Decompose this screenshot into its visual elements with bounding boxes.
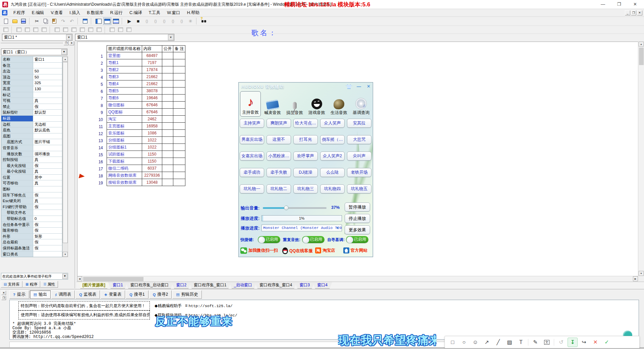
sound-button[interactable]: 坑礼物四 [320,184,345,193]
stop-button[interactable]: ■ [134,17,142,25]
cell-content[interactable]: 19646 [142,95,162,102]
ellipse-tool-button[interactable]: ○ [459,338,469,347]
property-value[interactable]: 真 [33,157,62,163]
scroll-down-icon[interactable]: ▼ [63,252,68,257]
volume-slider-thumb[interactable] [284,206,289,210]
sound-button[interactable]: 坑礼物五 [347,184,371,193]
scrollbar-thumb[interactable] [63,62,68,243]
cell-name[interactable]: 微信图标 [107,102,142,109]
panel-float-button[interactable]: ❐ [64,41,69,45]
sound-button[interactable]: 小黑粉滚… [267,152,291,161]
table-row[interactable]: 分组图标1022 [107,137,185,144]
table-row[interactable]: 导航619646 [107,95,185,102]
property-value[interactable]: 真 [33,169,62,174]
table-row[interactable]: 音乐图标1086 [107,130,185,137]
cell-public[interactable] [162,52,173,59]
sound-button[interactable]: 给大哥点… [293,119,318,128]
layout-top-button[interactable] [103,17,111,25]
property-row[interactable]: 底图 [1,133,62,139]
scroll-right-icon[interactable]: ▶ [633,276,638,281]
property-row[interactable]: 保持标题条激活假 [1,245,62,251]
property-row[interactable]: 标题 [1,116,62,122]
property-value[interactable]: 假 [33,245,62,251]
output-tab-提示[interactable]: ?提示 [9,290,29,299]
sheet-tab[interactable]: 窗口4 [312,282,332,289]
app-tab-游戏音效[interactable]: 游戏音效 [306,91,327,117]
text-tool-button[interactable]: T [516,338,526,347]
property-value[interactable] [33,251,62,257]
property-row[interactable]: 高度130 [1,86,62,92]
sound-button[interactable]: 这里不 [267,135,291,144]
cell-public[interactable] [162,88,173,95]
marker-tool-button[interactable]: ✎ [530,338,540,347]
undo-tool-button[interactable]: ↺ [556,338,566,347]
output-tab-监视表[interactable]: Q监视表 [75,290,100,299]
cell-note[interactable] [173,179,185,186]
cell-public[interactable] [162,109,173,116]
table-row[interactable]: 导航421662 [107,80,185,88]
property-row[interactable]: 宽度325 [1,80,62,86]
cell-public[interactable] [162,80,173,88]
scroll-up-icon[interactable]: ▲ [63,57,68,62]
property-row[interactable]: 在任务条中显示假 [1,222,62,228]
property-row[interactable]: 鼠标指针默认型 [1,110,62,116]
property-value[interactable] [33,186,62,192]
cell-public[interactable] [162,59,173,66]
cell-content[interactable]: 1022 [142,144,162,151]
property-row[interactable]: 禁止假 [1,104,62,110]
new-file-button[interactable] [2,17,10,25]
cell-content[interactable]: 13048 [142,179,162,186]
open-folder-button[interactable] [11,17,19,25]
cell-content[interactable]: 67646 [142,109,162,116]
sheet-tab[interactable]: 窗口程序集_窗口1 [189,282,231,289]
app-link-home[interactable]: 官方网站 [343,247,367,253]
cell-note[interactable] [173,130,185,137]
cell-name[interactable]: 下载图标 [107,158,142,165]
arrow-tool-button[interactable]: ↗ [482,338,492,347]
property-value[interactable]: 假 [33,228,62,233]
panel-float-button[interactable]: ❐ [1,296,6,300]
cell-name[interactable]: 导航2 [107,66,142,73]
output-tab-剪辑历史[interactable]: ▤剪辑历史 [172,290,201,299]
output-device-combo[interactable]: Monster Channel (Monster Audio T20) [261,225,342,231]
menu-item-4[interactable]: B.数据库 [83,9,107,16]
property-value[interactable]: 循环播放 [33,151,62,157]
cell-note[interactable] [173,116,185,123]
chevron-down-icon[interactable]: ▼ [61,49,67,55]
cell-public[interactable] [162,95,173,102]
sound-button[interactable]: 倒车摇（… [320,135,345,144]
cell-content[interactable]: 1022 [142,137,162,144]
menu-item-1[interactable]: E.编辑 [28,9,48,16]
property-row[interactable]: 底图方式图片平铺 [1,139,62,145]
property-row[interactable]: 标记 [1,92,62,98]
property-row[interactable]: 边框无边框 [1,122,62,128]
table-row[interactable]: 淘宝2462 [107,116,185,123]
property-value[interactable]: 真 [33,198,62,204]
table-row[interactable]: 微信图标67646 [107,102,185,109]
cell-note[interactable] [173,73,185,80]
table-row[interactable]: 背景图68497 [107,52,185,59]
download-tool-button[interactable]: ↧ [568,338,578,347]
main-vertical-scrollbar[interactable]: ▲ ▼ [638,42,644,276]
close-button[interactable]: ✕ [628,0,643,9]
cell-name[interactable]: 导航3 [107,73,142,80]
cell-public[interactable] [162,172,173,179]
sound-button[interactable]: 老铁开场 [347,168,371,177]
cell-note[interactable] [173,172,185,179]
cut-button[interactable]: ✂ [33,17,41,25]
table-row[interactable]: 试听图标1150 [107,151,185,158]
toggle-enabled-pill[interactable]: 已启用 [346,236,368,243]
mdi-minimize-button[interactable]: _ [625,10,630,15]
sound-button[interactable]: 男嘉宾出场 [240,135,264,144]
cell-public[interactable] [162,158,173,165]
run-button[interactable]: ▶ [125,17,133,25]
app-tab-基调查询[interactable]: 基调查询 [351,91,371,117]
window-selector-combo[interactable]: 窗口1 * ▼ [2,34,72,41]
table-row[interactable]: 导航17197 [107,59,185,66]
panel-tab-程序[interactable]: ▦程序 [22,281,40,288]
property-row[interactable]: 背景音乐 [1,145,62,151]
property-row[interactable]: 播放次数循环播放 [1,151,62,157]
share-tool-button[interactable]: ↪ [579,338,589,347]
cell-name[interactable]: 音乐图标 [107,130,142,137]
more-effects-button[interactable]: 更多效果 [345,225,370,234]
